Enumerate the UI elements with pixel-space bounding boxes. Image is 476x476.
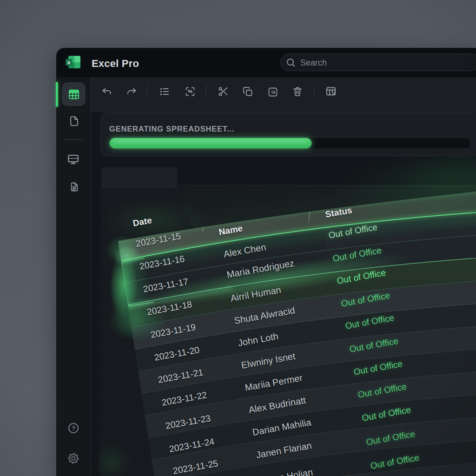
svg-text:9: 9 [271,90,273,94]
svg-text:?: ? [72,425,75,432]
